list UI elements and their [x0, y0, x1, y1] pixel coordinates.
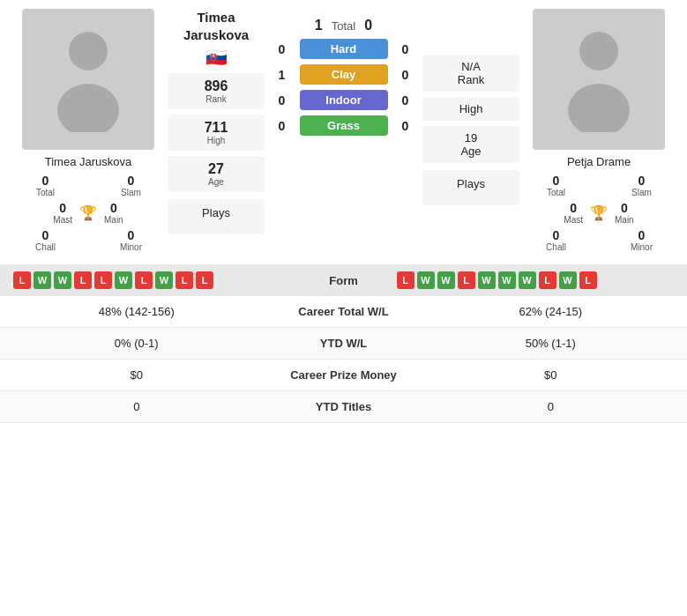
player1-rank-box: 896 Rank [168, 73, 265, 109]
player1-plays-box: Plays [168, 199, 265, 234]
form-badge-left: L [13, 271, 31, 289]
stats-row-right-2: $0 [432, 368, 670, 382]
middle-panel-right: N/A Rank High 19 Age Plays [422, 9, 519, 252]
stats-row-label-3: YTD Titles [256, 400, 432, 413]
player2-total: 0 Total [519, 174, 593, 197]
player1-mast-row: 0 Mast 🏆 0 Main [9, 201, 168, 225]
form-badge-right: W [478, 271, 496, 289]
hard-right: 0 [397, 42, 414, 56]
form-label: Form [291, 274, 397, 287]
player1-chall: 0 Chall [9, 228, 82, 252]
stats-row-left-1: 0% (0-1) [18, 337, 256, 350]
stats-row: 0 YTD Titles 0 [0, 391, 687, 423]
stats-row: 0% (0-1) YTD W/L 50% (1-1) [0, 328, 687, 360]
total-left: 1 [315, 18, 323, 33]
player2-age-box: 19 Age [422, 126, 519, 163]
stats-row-left-2: $0 [18, 368, 256, 382]
player2-stats: 0 Total 0 Slam 0 Mast 🏆 0 Main [519, 174, 678, 252]
form-badge-right: W [417, 271, 435, 289]
players-section: Timea Jaruskova 0 Total 0 Slam 0 Mast 🏆 [0, 0, 687, 261]
stats-row: $0 Career Prize Money $0 [0, 360, 687, 391]
indoor-row: 0 Indoor 0 [269, 90, 418, 110]
clay-right: 0 [397, 68, 414, 82]
form-badge-left: L [94, 271, 112, 289]
svg-point-2 [579, 32, 618, 71]
hard-badge: Hard [300, 39, 388, 59]
form-badge-left: W [155, 271, 173, 289]
grass-left: 0 [273, 119, 291, 133]
clay-left: 1 [273, 68, 291, 82]
grass-right: 0 [397, 119, 414, 133]
player2-mast-row: 0 Mast 🏆 0 Main [519, 201, 678, 225]
grass-row: 0 Grass 0 [269, 115, 418, 136]
form-badge-left: W [115, 271, 132, 289]
player2-minor: 0 Minor [605, 228, 678, 252]
indoor-badge: Indoor [300, 90, 388, 110]
clay-badge: Clay [300, 64, 388, 85]
player2-name: Petja Drame [567, 155, 631, 168]
form-badge-right: L [539, 271, 556, 289]
grass-badge: Grass [300, 115, 388, 136]
stats-row-left-3: 0 [18, 400, 256, 413]
player1-total: 0 Total [9, 174, 82, 197]
player2-plays-box: Plays [422, 170, 519, 205]
player1-age-box: 27 Age [168, 156, 265, 192]
player2-avatar [533, 9, 665, 150]
form-badge-right: W [498, 271, 516, 289]
stats-row-label-1: YTD W/L [256, 337, 432, 350]
stats-row-right-1: 50% (1-1) [432, 337, 670, 350]
form-badge-left: L [196, 271, 213, 289]
form-badge-right: W [559, 271, 577, 289]
indoor-left: 0 [273, 93, 291, 108]
player1-middle-name: Timea Jaruskova [168, 9, 265, 43]
player1-card: Timea Jaruskova 0 Total 0 Slam 0 Mast 🏆 [9, 9, 168, 252]
player1-avatar [22, 9, 154, 150]
player1-trophy-icon: 🏆 [79, 204, 97, 221]
player1-flag: 🇸🇰 [205, 47, 228, 68]
player2-trophy-icon: 🏆 [590, 204, 608, 221]
player1-name: Timea Jaruskova [45, 155, 132, 168]
form-left: LWWLLWLWLL [13, 271, 291, 289]
svg-point-3 [568, 84, 630, 132]
hard-left: 0 [273, 42, 291, 56]
form-badge-left: W [34, 271, 51, 289]
clay-row: 1 Clay 0 [269, 64, 418, 85]
stats-row: 48% (142-156) Career Total W/L 62% (24-1… [0, 296, 687, 328]
stats-rows: 48% (142-156) Career Total W/L 62% (24-1… [0, 296, 687, 423]
player1-minor: 0 Minor [94, 228, 168, 252]
total-label: Total [332, 19, 355, 33]
player2-chall: 0 Chall [519, 228, 593, 252]
svg-point-1 [57, 84, 119, 132]
main-container: Timea Jaruskova 0 Total 0 Slam 0 Mast 🏆 [0, 0, 687, 423]
player1-high-box: 711 High [168, 115, 265, 151]
form-badge-left: L [74, 271, 92, 289]
player2-card: Petja Drame 0 Total 0 Slam 0 Mast 🏆 [519, 9, 678, 252]
stats-row-label-2: Career Prize Money [256, 368, 432, 382]
form-badge-left: L [135, 271, 153, 289]
player1-slam: 0 Slam [94, 174, 168, 197]
form-badge-left: L [175, 271, 193, 289]
form-badge-left: W [54, 271, 71, 289]
form-section: LWWLLWLWLL Form LWWLWWWLWL [0, 264, 687, 296]
match-center: 1 Total 0 0 Hard 0 1 Clay 0 0 Indoor 0 0 [265, 9, 422, 252]
svg-point-0 [69, 32, 108, 71]
total-right: 0 [364, 18, 372, 33]
stats-row-label-0: Career Total W/L [256, 305, 432, 318]
stats-row-right-0: 62% (24-15) [432, 305, 670, 318]
hard-row: 0 Hard 0 [269, 39, 418, 59]
form-badge-right: W [519, 271, 536, 289]
total-row: 1 Total 0 [315, 18, 372, 33]
indoor-right: 0 [397, 93, 414, 108]
form-badge-right: L [458, 271, 475, 289]
player1-stats: 0 Total 0 Slam 0 Mast 🏆 0 Main [9, 174, 168, 252]
stats-row-right-3: 0 [432, 400, 670, 413]
stats-row-left-0: 48% (142-156) [18, 305, 256, 318]
form-badge-right: L [397, 271, 414, 289]
player2-rank-box: N/A Rank [422, 55, 519, 92]
form-badge-right: W [437, 271, 455, 289]
player2-slam: 0 Slam [605, 174, 678, 197]
form-right: LWWLWWWLWL [397, 271, 675, 289]
middle-panel-left: Timea Jaruskova 🇸🇰 896 Rank 711 High 27 … [168, 9, 265, 252]
form-badge-right: L [579, 271, 597, 289]
player2-high-box: High [422, 97, 519, 121]
